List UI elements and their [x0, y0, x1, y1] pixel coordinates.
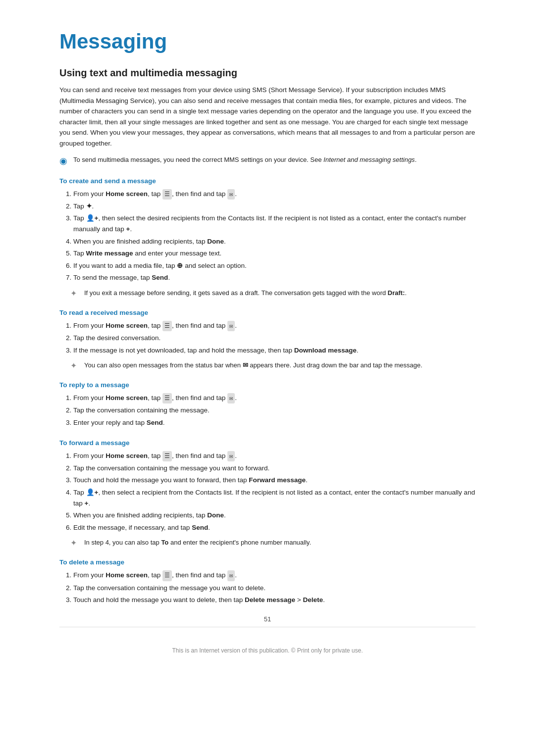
step-item: If the message is not yet downloaded, ta…: [73, 345, 476, 356]
messaging-icon: ✉: [227, 451, 235, 461]
step-item: To send the message, tap Send.: [73, 272, 476, 283]
step-item: From your Home screen, tap ☰, then find …: [73, 451, 476, 461]
tip-draft: ✦ If you exit a message before sending, …: [70, 288, 476, 298]
note-icon: ◉: [59, 155, 69, 166]
tip-status-bar: ✦ You can also open messages from the st…: [70, 360, 476, 370]
subsection-title-create-send: To create and send a message: [59, 177, 476, 185]
subsection-title-delete: To delete a message: [59, 558, 476, 566]
messaging-icon: ✉: [227, 393, 235, 403]
tip-draft-text: If you exit a message before sending, it…: [84, 288, 407, 298]
step-item: Edit the message, if necessary, and tap …: [73, 522, 476, 533]
apps-icon: ☰: [162, 451, 172, 461]
step-item: Tap Write message and enter your message…: [73, 248, 476, 259]
tip-icon: ✦: [70, 289, 80, 298]
page-number: 51: [59, 615, 476, 623]
apps-icon: ☰: [162, 189, 172, 200]
subsection-title-forward: To forward a message: [59, 439, 476, 447]
note-mms-text: To send multimedia messages, you need th…: [73, 155, 417, 165]
page-title: Messaging: [59, 30, 476, 53]
messaging-icon: ✉: [227, 321, 235, 331]
tip-icon: ✦: [70, 361, 80, 370]
apps-icon: ☰: [162, 393, 172, 403]
step-item: Tap the conversation containing the mess…: [73, 583, 476, 594]
step-item: Tap the conversation containing the mess…: [73, 463, 476, 474]
subsection-title-read-received: To read a received message: [59, 309, 476, 316]
step-item: Touch and hold the message you want to f…: [73, 475, 476, 486]
apps-icon: ☰: [162, 321, 172, 331]
note-mms-settings: ◉ To send multimedia messages, you need …: [59, 155, 476, 166]
steps-create-send: From your Home screen, tap ☰, then find …: [73, 189, 476, 283]
page-footer: This is an Internet version of this publ…: [59, 647, 476, 654]
steps-forward: From your Home screen, tap ☰, then find …: [73, 451, 476, 533]
step-item: Enter your reply and tap Send.: [73, 417, 476, 428]
tip-forward-to-text: In step 4, you can also tap To and enter…: [84, 538, 311, 548]
step-item: When you are finished adding recipients,…: [73, 510, 476, 521]
subsection-title-reply: To reply to a message: [59, 381, 476, 389]
step-item: Touch and hold the message you want to d…: [73, 595, 476, 605]
section-title: Using text and multimedia messaging: [59, 67, 476, 79]
step-item: From your Home screen, tap ☰, then find …: [73, 320, 476, 331]
footer-divider: [59, 627, 476, 627]
tip-forward-to: ✦ In step 4, you can also tap To and ent…: [70, 538, 476, 548]
step-item: Tap 👤+, then select the desired recipien…: [73, 213, 476, 234]
tip-icon: ✦: [70, 538, 80, 548]
tip-status-bar-text: You can also open messages from the stat…: [84, 360, 423, 370]
steps-read-received: From your Home screen, tap ☰, then find …: [73, 320, 476, 355]
steps-reply: From your Home screen, tap ☰, then find …: [73, 393, 476, 428]
step-item: When you are finished adding recipients,…: [73, 236, 476, 247]
step-item: From your Home screen, tap ☰, then find …: [73, 189, 476, 200]
step-item: Tap 👤+, then select a recipient from the…: [73, 487, 476, 508]
step-item: Tap the desired conversation.: [73, 333, 476, 344]
apps-icon: ☰: [162, 570, 172, 581]
step-item: Tap the conversation containing the mess…: [73, 405, 476, 416]
messaging-icon: ✉: [227, 189, 235, 200]
step-item: If you want to add a media file, tap ⊕ a…: [73, 260, 476, 271]
intro-paragraph: You can send and receive text messages f…: [59, 85, 476, 149]
step-item: From your Home screen, tap ☰, then find …: [73, 393, 476, 403]
step-item: From your Home screen, tap ☰, then find …: [73, 570, 476, 581]
messaging-icon: ✉: [227, 570, 235, 581]
step-item: Tap ✦.: [73, 201, 476, 212]
steps-delete: From your Home screen, tap ☰, then find …: [73, 570, 476, 605]
